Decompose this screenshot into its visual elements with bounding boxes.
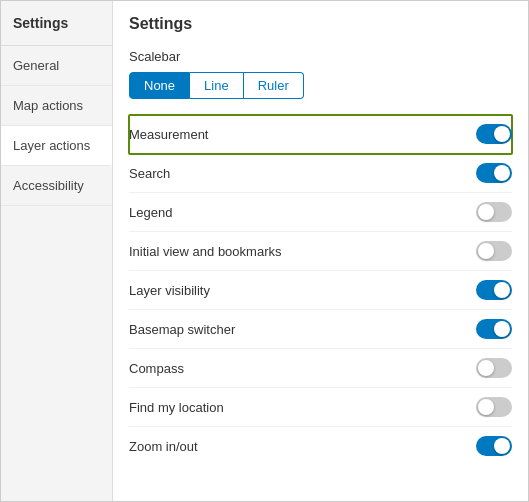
toggle-thumb [494,282,510,298]
toggle-thumb [494,321,510,337]
sidebar-item-layer-actions[interactable]: Layer actions [1,126,112,166]
toggle-switch-basemap-switcher[interactable] [476,319,512,339]
toggle-row-layer-visibility: Layer visibility [129,271,512,310]
toggle-switch-find-location[interactable] [476,397,512,417]
scalebar-button-group: None Line Ruler [129,72,512,99]
sidebar-item-accessibility[interactable]: Accessibility [1,166,112,206]
scalebar-ruler-button[interactable]: Ruler [244,72,304,99]
toggle-row-measurement: Measurement [129,115,512,154]
toggle-thumb [494,438,510,454]
toggle-thumb [478,243,494,259]
toggle-row-search: Search [129,154,512,193]
main-content: Settings Scalebar None Line Ruler Measur… [113,1,528,501]
toggle-list: MeasurementSearchLegendInitial view and … [129,115,512,465]
toggle-label-measurement: Measurement [129,127,208,142]
sidebar-item-general[interactable]: General [1,46,112,86]
toggle-label-search: Search [129,166,170,181]
toggle-switch-legend[interactable] [476,202,512,222]
toggle-row-compass: Compass [129,349,512,388]
toggle-thumb [494,126,510,142]
toggle-row-basemap-switcher: Basemap switcher [129,310,512,349]
toggle-switch-compass[interactable] [476,358,512,378]
sidebar: Settings General Map actions Layer actio… [1,1,113,501]
toggle-thumb [478,204,494,220]
toggle-label-layer-visibility: Layer visibility [129,283,210,298]
toggle-thumb [494,165,510,181]
toggle-row-zoom: Zoom in/out [129,427,512,465]
toggle-label-legend: Legend [129,205,172,220]
toggle-switch-initial-view[interactable] [476,241,512,261]
toggle-switch-zoom[interactable] [476,436,512,456]
toggle-switch-search[interactable] [476,163,512,183]
page-title: Settings [129,15,512,33]
toggle-thumb [478,399,494,415]
sidebar-item-map-actions[interactable]: Map actions [1,86,112,126]
toggle-row-legend: Legend [129,193,512,232]
scalebar-none-button[interactable]: None [129,72,190,99]
toggle-label-initial-view: Initial view and bookmarks [129,244,281,259]
sidebar-title: Settings [1,1,112,46]
toggle-label-find-location: Find my location [129,400,224,415]
toggle-label-zoom: Zoom in/out [129,439,198,454]
toggle-thumb [478,360,494,376]
toggle-row-initial-view: Initial view and bookmarks [129,232,512,271]
toggle-label-compass: Compass [129,361,184,376]
scalebar-label: Scalebar [129,49,512,64]
toggle-label-basemap-switcher: Basemap switcher [129,322,235,337]
scalebar-line-button[interactable]: Line [190,72,244,99]
toggle-switch-measurement[interactable] [476,124,512,144]
toggle-row-find-location: Find my location [129,388,512,427]
toggle-switch-layer-visibility[interactable] [476,280,512,300]
